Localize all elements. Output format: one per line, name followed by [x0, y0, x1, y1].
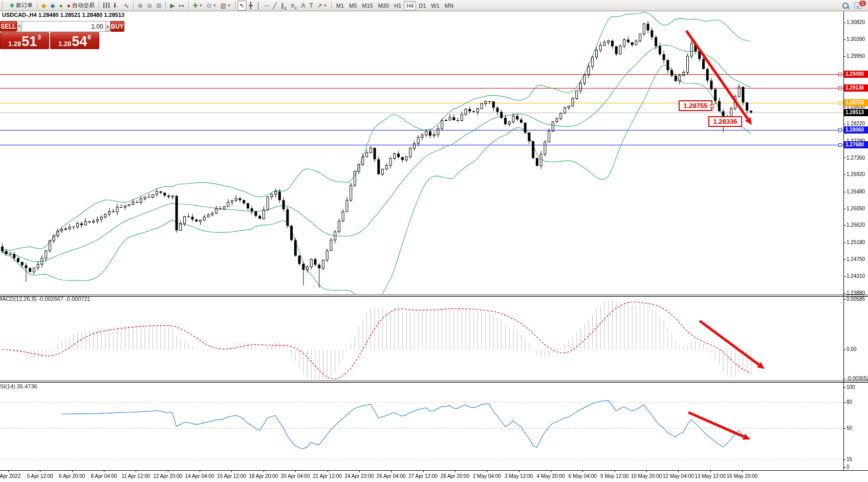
- text-label-button[interactable]: T: [307, 1, 315, 11]
- periods-icon: ⊙: [207, 3, 212, 9]
- new-order-icon: ✚: [9, 3, 14, 9]
- crosshair-icon: ╋: [249, 3, 252, 9]
- icon-subscript: E: [284, 7, 287, 10]
- fibonacci-button[interactable]: ≡F: [289, 1, 299, 11]
- bid-price-small: 1.28: [8, 40, 21, 48]
- zoom-out-button[interactable]: ⊖: [145, 1, 154, 11]
- bar-chart-icon: [103, 3, 110, 8]
- main-toolbar: ✚新订单◆◆●●自动交易∿⊕⊖⊞▶↦✚▼⊙▼▧▼↖╋│─╱∥E≡FAT↗▼M1M…: [0, 0, 868, 11]
- horizontal-line-button[interactable]: ─: [263, 1, 271, 11]
- signals-icon: ●: [59, 3, 63, 9]
- templates-button[interactable]: ▧▼: [219, 1, 233, 11]
- timeframe-W1[interactable]: W1: [428, 1, 442, 10]
- chat-bubble-icon[interactable]: 1: [854, 2, 863, 9]
- new-order-button[interactable]: ✚新订单: [7, 1, 35, 11]
- arrow-objects-icon: ↗: [317, 3, 322, 9]
- price-callout-28336[interactable]: 1.28336: [708, 116, 742, 127]
- toolbar-separator: [331, 2, 332, 9]
- cursor-icon: ↖: [240, 3, 245, 9]
- bid-price-panel[interactable]: 1.28 51 3: [0, 32, 49, 49]
- autotrade-icon: ●: [67, 3, 71, 9]
- market-icon: ◆: [41, 3, 46, 9]
- text-icon: A: [301, 3, 305, 9]
- toolbar-grip: [2, 2, 6, 9]
- toolbar-separator: [235, 2, 235, 9]
- price-callout-28755[interactable]: 1.28755: [679, 100, 712, 111]
- autotrade-button[interactable]: ●自动交易: [65, 1, 97, 11]
- bid-price-pip: 3: [37, 34, 41, 41]
- bid-price-big: 51: [21, 35, 37, 48]
- dropdown-caret-icon: ▼: [199, 4, 203, 7]
- ask-price-small: 1.28: [58, 40, 71, 48]
- channel-button[interactable]: ∥E: [278, 1, 289, 11]
- arrow-objects-button[interactable]: ↗▼: [315, 1, 329, 11]
- dropdown-caret-icon: ▼: [213, 4, 216, 7]
- volume-decrease-button[interactable]: ▼: [17, 21, 22, 32]
- timeframe-H4[interactable]: H4: [404, 1, 416, 10]
- chart-area[interactable]: [0, 0, 868, 482]
- zoom-in-button[interactable]: ⊕: [136, 1, 145, 11]
- volume-increase-button[interactable]: ▲: [105, 21, 111, 32]
- chart-shift-icon: ↦: [179, 3, 184, 9]
- bar-chart-button[interactable]: [101, 1, 112, 11]
- horizontal-line-icon: ─: [265, 3, 269, 9]
- new-order-label: 新订单: [16, 2, 33, 9]
- community-icon: ◆: [50, 3, 55, 9]
- channel-icon: ∥: [280, 3, 284, 9]
- timeframe-M30[interactable]: M30: [376, 1, 392, 10]
- dropdown-caret-icon: ▼: [323, 4, 327, 7]
- volume-input[interactable]: [22, 21, 105, 32]
- auto-scroll-icon: ▶: [170, 3, 175, 9]
- vertical-line-icon: │: [256, 3, 261, 9]
- autotrade-label: 自动交易: [72, 2, 95, 9]
- toolbar-right: 1: [842, 2, 863, 9]
- icon-subscript: F: [295, 7, 297, 10]
- periods-button[interactable]: ⊙▼: [205, 1, 219, 11]
- toolbar-separator: [37, 2, 37, 9]
- toolbar-separator: [165, 2, 166, 9]
- timeframe-H1[interactable]: H1: [392, 1, 404, 10]
- ask-price-pip: 6: [88, 34, 91, 41]
- line-chart-icon: ∿: [124, 3, 129, 9]
- indicators-button[interactable]: ✚▼: [191, 1, 205, 11]
- mt4-trading-app: ✚新订单◆◆●●自动交易∿⊕⊖⊞▶↦✚▼⊙▼▧▼↖╋│─╱∥E≡FAT↗▼M1M…: [0, 0, 868, 482]
- timeframe-M5[interactable]: M5: [346, 1, 359, 10]
- crosshair-button[interactable]: ╋: [247, 1, 254, 11]
- line-chart-button[interactable]: ∿: [122, 1, 131, 11]
- search-icon[interactable]: [842, 2, 849, 9]
- timeframe-M1[interactable]: M1: [334, 1, 346, 10]
- toolbar-separator: [188, 2, 189, 9]
- notification-badge: 1: [859, 1, 866, 6]
- community-button[interactable]: ◆: [48, 1, 57, 11]
- ask-price-panel[interactable]: 1.28 54 6: [50, 32, 99, 49]
- timeframe-M15[interactable]: M15: [359, 1, 375, 10]
- callout-anchor: [710, 104, 714, 108]
- indicators-icon: ✚: [193, 3, 198, 9]
- fibonacci-icon: ≡: [291, 3, 294, 9]
- dropdown-caret-icon: ▼: [227, 4, 231, 7]
- market-button[interactable]: ◆: [39, 1, 48, 11]
- buy-button[interactable]: BUY: [111, 21, 124, 32]
- templates-icon: ▧: [221, 3, 226, 9]
- trendline-icon: ╱: [273, 3, 276, 9]
- tile-windows-icon: ⊞: [156, 3, 161, 9]
- timeframe-MN[interactable]: MN: [442, 1, 456, 10]
- timeframe-D1[interactable]: D1: [416, 1, 428, 10]
- auto-scroll-button[interactable]: ▶: [168, 1, 177, 11]
- chart-shift-button[interactable]: ↦: [177, 1, 186, 11]
- zoom-out-icon: ⊖: [147, 3, 152, 9]
- zoom-in-icon: ⊕: [138, 3, 143, 9]
- one-click-trading-widget: SELL ▼ ▲ BUY 1.28 51 3 1.28 54 6: [0, 21, 99, 49]
- toolbar-separator: [133, 2, 134, 9]
- ask-price-big: 54: [72, 35, 87, 48]
- cursor-button[interactable]: ↖: [237, 1, 247, 11]
- text-button[interactable]: A: [299, 1, 307, 11]
- signals-button[interactable]: ●: [57, 1, 65, 11]
- toolbar-separator: [99, 2, 99, 9]
- candlestick-chart-button[interactable]: [112, 1, 122, 11]
- trendline-button[interactable]: ╱: [271, 1, 278, 11]
- sell-button[interactable]: SELL: [0, 21, 17, 32]
- text-label-icon: T: [309, 3, 313, 9]
- vertical-line-button[interactable]: │: [254, 1, 263, 11]
- tile-windows-button[interactable]: ⊞: [154, 1, 163, 11]
